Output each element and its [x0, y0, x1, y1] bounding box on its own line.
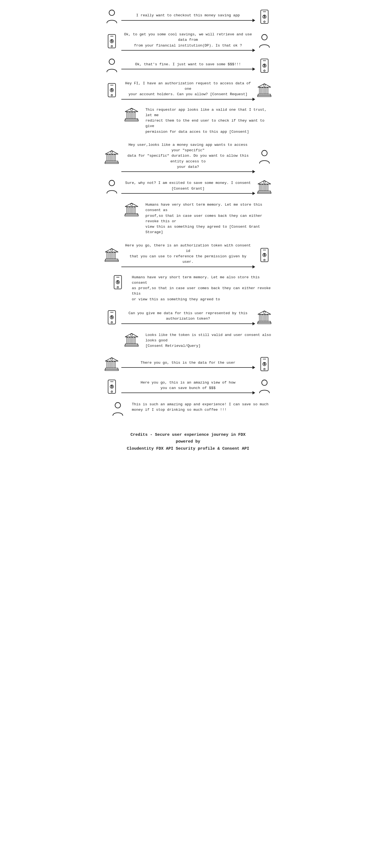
arrow-shaft [121, 367, 255, 368]
svg-point-102 [263, 311, 265, 313]
svg-rect-56 [264, 184, 266, 191]
arrow-shaft [121, 172, 255, 172]
message-text: Sure, why not? I am excited to save some… [121, 180, 255, 191]
svg-point-60 [263, 181, 265, 183]
svg-text:$: $ [111, 39, 113, 43]
arrow-shaft [121, 323, 255, 324]
message-row-6: Hey user,looks like a money saving app w… [94, 138, 282, 176]
svg-rect-73 [114, 252, 116, 259]
person-icon [257, 34, 272, 49]
message-row-10: $ $ Humans have very short term memory. … [94, 271, 282, 306]
sequence-diagram: I really want to checkout this money sav… [94, 5, 282, 421]
svg-rect-28 [259, 88, 261, 94]
svg-point-121 [263, 368, 265, 370]
svg-text:$: $ [111, 315, 113, 319]
svg-point-76 [111, 249, 113, 251]
message-row-3: Ok, that's fine. I just want to save som… [94, 54, 282, 77]
bank-icon [257, 83, 272, 98]
bank-icon [257, 310, 272, 325]
svg-rect-41 [125, 120, 138, 121]
svg-rect-45 [109, 155, 111, 161]
svg-point-51 [261, 150, 267, 156]
svg-rect-109 [125, 345, 138, 346]
svg-rect-59 [258, 192, 271, 194]
svg-point-0 [109, 10, 114, 16]
message-text: Here you go, this is an amazing view of … [138, 380, 238, 391]
svg-rect-105 [129, 337, 130, 344]
svg-point-14 [109, 59, 114, 64]
svg-point-3 [263, 21, 265, 23]
message-text: Humans have very short term memory. Let … [144, 202, 274, 235]
svg-rect-101 [258, 322, 271, 324]
message-row-13: There you go, this is the data for the u… [94, 353, 282, 375]
phone-icon: $ $ [257, 9, 272, 24]
phone-icon: $ $ [104, 34, 119, 49]
svg-text:$: $ [263, 362, 265, 366]
svg-rect-62 [126, 207, 128, 214]
svg-point-118 [111, 358, 113, 360]
svg-point-91 [111, 321, 113, 323]
arrow-shaft [121, 193, 255, 194]
arrow-shaft [121, 99, 255, 99]
svg-point-127 [111, 391, 113, 393]
message-text: Hey user,looks like a money saving app w… [121, 142, 255, 170]
message-text: Looks like the token is still valid and … [144, 332, 274, 349]
svg-point-132 [115, 402, 121, 408]
credits-section: Credits - Secure user experience journey… [94, 429, 282, 455]
message-row-5: This requestor app looks like a valid on… [94, 103, 282, 138]
svg-point-42 [130, 108, 132, 111]
svg-point-34 [263, 84, 265, 86]
message-text: Ok, that's fine. I just want to save som… [133, 62, 243, 67]
message-text: Hey FI, I have an authorization request … [121, 81, 255, 97]
arrow-shaft [121, 50, 255, 51]
svg-rect-29 [262, 88, 263, 94]
svg-rect-104 [126, 337, 128, 344]
svg-point-79 [263, 259, 265, 261]
svg-rect-106 [131, 337, 133, 344]
svg-rect-37 [129, 112, 130, 119]
svg-rect-113 [109, 362, 111, 368]
message-text: Can you give me data for this user repre… [121, 311, 255, 322]
svg-point-52 [109, 180, 114, 186]
message-text: This requestor app looks like a valid on… [144, 107, 274, 135]
message-row-15: This is such an amazing app and experien… [94, 398, 282, 421]
message-row-12: Looks like the token is still valid and … [94, 329, 282, 353]
svg-rect-55 [262, 184, 263, 191]
svg-rect-71 [109, 252, 111, 259]
person-icon [257, 379, 272, 394]
message-row-4: $ $ Hey FI, I have an authorization requ… [94, 77, 282, 103]
phone-icon: $ $ [104, 83, 119, 98]
arrow-shaft [121, 69, 255, 69]
svg-point-85 [117, 286, 119, 288]
bank-icon [104, 356, 119, 372]
svg-point-50 [111, 151, 113, 153]
svg-rect-107 [134, 337, 135, 344]
phone-icon: $ $ [257, 58, 272, 73]
svg-text:$: $ [263, 253, 265, 257]
bank-icon [124, 107, 139, 122]
svg-rect-117 [105, 369, 119, 371]
svg-text:$: $ [263, 64, 265, 68]
credits-line3: Cloudentity FDX API Security profile & C… [127, 446, 249, 451]
person-icon [104, 58, 119, 73]
svg-rect-31 [267, 88, 268, 94]
svg-point-13 [261, 35, 267, 40]
message-text: Humans have very short term memory. Let … [130, 275, 274, 302]
svg-rect-30 [264, 88, 266, 94]
svg-text:$: $ [117, 280, 119, 284]
bank-icon [104, 150, 119, 164]
svg-text:$: $ [111, 385, 113, 389]
svg-rect-57 [267, 184, 268, 191]
svg-rect-49 [105, 162, 119, 164]
person-icon [104, 9, 119, 24]
bank-icon [124, 202, 139, 217]
arrow-shaft [121, 393, 255, 393]
message-text: There you go, this is the data for the u… [138, 360, 238, 366]
svg-rect-47 [114, 155, 116, 161]
svg-point-68 [130, 204, 132, 206]
svg-rect-46 [112, 155, 113, 161]
svg-rect-64 [131, 207, 133, 214]
svg-point-110 [130, 334, 132, 336]
svg-point-23 [111, 94, 113, 96]
svg-text:$: $ [263, 15, 265, 19]
